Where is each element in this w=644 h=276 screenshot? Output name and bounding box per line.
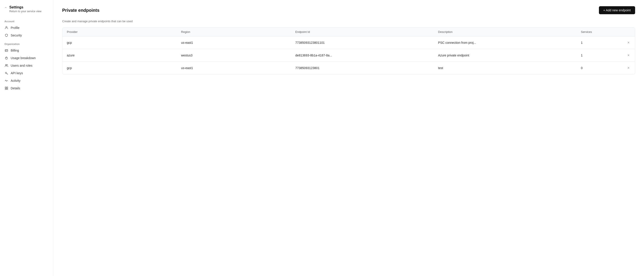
cell-provider: azure (62, 49, 176, 62)
billing-label: Billing (11, 49, 19, 52)
cell-description: PSC connection from proj... (434, 37, 576, 49)
sidebar-item-security[interactable]: Security (0, 32, 53, 39)
remove-endpoint-button[interactable]: × (627, 40, 630, 45)
svg-point-3 (6, 65, 7, 66)
sidebar-item-billing[interactable]: Billing (0, 47, 53, 54)
svg-rect-9 (7, 88, 8, 90)
cell-endpoint-id: 77385093123801 (291, 62, 434, 75)
col-header-action (622, 28, 635, 37)
settings-title-row: ← Settings (4, 5, 49, 9)
add-new-endpoint-button[interactable]: + Add new endpoint (599, 6, 635, 14)
svg-rect-7 (7, 87, 8, 88)
table-row: gcp us-east1 77385093123801101 PSC conne… (62, 37, 635, 49)
profile-label: Profile (11, 26, 20, 30)
users-and-roles-label: Users and roles (11, 64, 32, 67)
cell-action: × (622, 49, 635, 62)
col-header-provider: Provider (62, 28, 176, 37)
cell-region: us-east1 (176, 37, 291, 49)
cell-action: × (622, 62, 635, 75)
col-header-region: Region (176, 28, 291, 37)
sidebar-item-usage-breakdown[interactable]: Usage breakdown (0, 54, 53, 62)
cell-action: × (622, 37, 635, 49)
cell-endpoint-id: de813693-8b1a-4187-8a... (291, 49, 434, 62)
sidebar: ← Settings Return to your service view A… (0, 0, 53, 276)
cell-services: 1 (576, 37, 622, 49)
page-subtitle: Create and manage private endpoints that… (62, 20, 635, 23)
endpoints-table-container: Provider Region Endpoint Id Description … (62, 27, 635, 75)
cell-description: Azure private endpoint (434, 49, 576, 62)
cell-provider: gcp (62, 62, 176, 75)
svg-rect-1 (5, 50, 8, 52)
usage-breakdown-label: Usage breakdown (11, 56, 36, 60)
svg-point-4 (7, 65, 8, 65)
activity-icon (4, 79, 8, 83)
cell-services: 1 (576, 49, 622, 62)
billing-icon (4, 49, 8, 53)
cell-endpoint-id: 77385093123801101 (291, 37, 434, 49)
col-header-endpoint-id: Endpoint Id (291, 28, 434, 37)
people-icon (4, 64, 8, 68)
cell-provider: gcp (62, 37, 176, 49)
settings-title-text: Settings (9, 5, 23, 9)
table-header-row: Provider Region Endpoint Id Description … (62, 28, 635, 37)
page-title: Private endpoints (62, 8, 100, 13)
details-label: Details (11, 86, 20, 90)
person-icon (4, 26, 8, 30)
col-header-services: Services (576, 28, 622, 37)
cell-region: westus3 (176, 49, 291, 62)
svg-rect-6 (5, 87, 6, 88)
remove-endpoint-button[interactable]: × (627, 53, 630, 58)
sidebar-item-api-keys[interactable]: API keys (0, 69, 53, 77)
sidebar-item-activity[interactable]: Activity (0, 77, 53, 84)
key-icon (4, 71, 8, 75)
api-keys-label: API keys (11, 71, 23, 75)
page-header: Private endpoints + Add new endpoint (62, 6, 635, 14)
account-section-label: Account (0, 17, 53, 24)
shield-icon (4, 33, 8, 37)
table-row: azure westus3 de813693-8b1a-4187-8a... A… (62, 49, 635, 62)
sidebar-item-users-and-roles[interactable]: Users and roles (0, 62, 53, 69)
table-row: gcp us-east1 77385093123801 test 0 × (62, 62, 635, 75)
svg-rect-8 (5, 88, 6, 90)
main-content: Private endpoints + Add new endpoint Cre… (53, 0, 644, 276)
svg-point-0 (6, 27, 7, 28)
gauge-icon (4, 56, 8, 60)
sidebar-item-details[interactable]: Details (0, 84, 53, 92)
organization-section-label: Organization (0, 39, 53, 47)
activity-label: Activity (11, 79, 20, 82)
remove-endpoint-button[interactable]: × (627, 65, 630, 71)
grid-icon (4, 86, 8, 90)
security-label: Security (11, 34, 22, 37)
sidebar-header: ← Settings Return to your service view (0, 4, 53, 17)
cell-services: 0 (576, 62, 622, 75)
endpoints-table: Provider Region Endpoint Id Description … (62, 28, 635, 74)
return-link[interactable]: Return to your service view (9, 10, 49, 13)
col-header-description: Description (434, 28, 576, 37)
sidebar-item-profile[interactable]: Profile (0, 24, 53, 32)
cell-region: us-east1 (176, 62, 291, 75)
cell-description: test (434, 62, 576, 75)
back-arrow-icon[interactable]: ← (4, 6, 8, 9)
